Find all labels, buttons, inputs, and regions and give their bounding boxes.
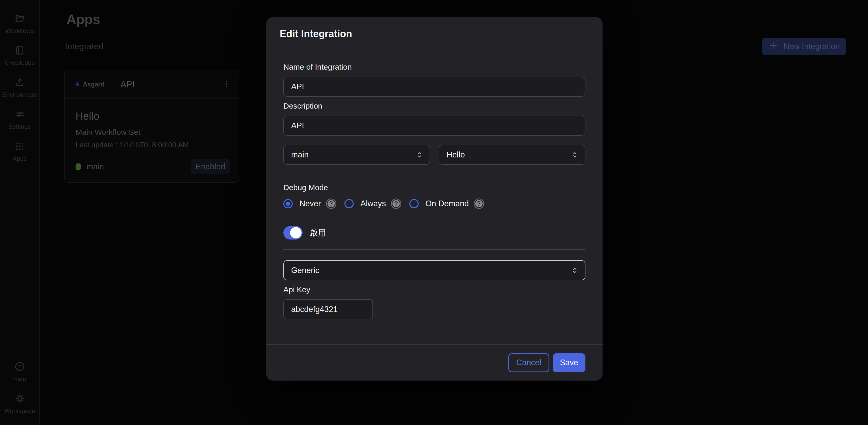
name-field-label: Name of Integration (283, 62, 585, 72)
radio-never[interactable] (283, 199, 293, 208)
sliders-icon (14, 109, 25, 121)
api-key-input[interactable] (283, 299, 373, 319)
section-label: Integrated (65, 41, 104, 52)
card-menu-button[interactable] (222, 80, 231, 89)
sidebar-label: Apps (12, 155, 27, 162)
sidebar-label: Settings (8, 123, 31, 130)
chevron-up-down-icon (415, 150, 424, 159)
branch-name: main (87, 162, 104, 172)
radio-dot (286, 202, 290, 206)
radio-always[interactable] (344, 199, 354, 208)
name-input[interactable] (283, 77, 585, 97)
sidebar-item-environment[interactable]: Environment (0, 77, 39, 98)
branch-select-value: main (291, 150, 309, 159)
enable-toggle-row: 啟用 (283, 226, 585, 240)
sidebar: Workflows Knowledge Environment Settings… (0, 0, 40, 425)
section-divider (283, 249, 585, 250)
edit-integration-modal: Edit Integration Name of Integration Des… (266, 17, 602, 381)
select-row: main Hello (283, 145, 585, 165)
chevron-up-down-icon (570, 266, 579, 275)
sidebar-item-apps[interactable]: Apps (0, 141, 39, 162)
asgard-logo-icon (74, 81, 80, 88)
enable-toggle[interactable] (283, 226, 303, 240)
radio-never-label: Never (300, 199, 321, 208)
brand-badge: Asgard (74, 81, 104, 88)
modal-body: Name of Integration Description main Hel… (266, 51, 602, 344)
debug-mode-label: Debug Mode (283, 183, 585, 192)
sidebar-label: Help (13, 375, 26, 383)
modal-title: Edit Integration (280, 28, 352, 39)
last-update: Last update : 1/1/1970, 8:00:00 AM (75, 141, 228, 149)
branch-select[interactable]: main (283, 145, 430, 165)
new-integration-button[interactable]: New Integration (762, 38, 846, 55)
new-integration-label: New Integration (783, 42, 840, 51)
workflow-subtitle: Main Workflow Set (75, 128, 228, 136)
sidebar-label: Workflows (5, 27, 34, 35)
sidebar-item-workspace[interactable]: Workspace (0, 393, 39, 415)
integration-card: Asgard API Hello Main Workflow Set Last … (64, 70, 239, 183)
sidebar-item-settings[interactable]: Settings (0, 109, 39, 130)
upload-icon (14, 77, 25, 89)
debug-mode-radio-group: Never ? Always ? On Demand ? (283, 198, 585, 209)
integration-card-body: Hello Main Workflow Set Last update : 1/… (65, 99, 239, 149)
enable-toggle-label: 啟用 (310, 227, 326, 238)
gear-icon (14, 393, 25, 405)
sidebar-item-workflows[interactable]: Workflows (0, 13, 39, 35)
brand-name: Asgard (83, 81, 104, 88)
enabled-button[interactable]: Enabled (191, 159, 230, 174)
help-icon[interactable]: ? (327, 199, 336, 208)
sidebar-label: Environment (2, 91, 37, 98)
radio-on-demand[interactable] (409, 199, 419, 208)
book-icon (14, 45, 25, 57)
plus-icon (768, 40, 778, 53)
kebab-icon (222, 85, 231, 89)
sidebar-label: Workspace (4, 407, 35, 415)
integration-card-header: Asgard API (65, 70, 239, 99)
api-key-label: Api Key (283, 285, 585, 294)
type-select-value: Generic (291, 266, 319, 275)
radio-always-label: Always (361, 199, 386, 208)
chevron-up-down-icon (570, 150, 579, 159)
modal-header: Edit Integration (266, 17, 602, 51)
workflow-select-value: Hello (446, 150, 465, 159)
branch-status-dot (75, 163, 81, 170)
description-field-label: Description (283, 101, 585, 111)
help-icon[interactable]: ? (474, 199, 483, 208)
radio-on-demand-label: On Demand (426, 199, 469, 208)
sidebar-item-knowledge[interactable]: Knowledge (0, 45, 39, 66)
save-button[interactable]: Save (553, 353, 585, 372)
workflow-name: Hello (75, 111, 228, 122)
cancel-button[interactable]: Cancel (508, 353, 549, 372)
grid-icon (14, 141, 25, 153)
description-input[interactable] (283, 116, 585, 135)
sidebar-item-help[interactable]: ? Help (0, 361, 39, 383)
help-circle-icon: ? (14, 361, 25, 373)
integration-card-footer: main Enabled (75, 159, 230, 174)
help-icon[interactable]: ? (392, 199, 401, 208)
toggle-knob (290, 227, 302, 239)
svg-text:?: ? (18, 363, 21, 369)
modal-footer: Cancel Save (266, 344, 602, 381)
page-title: Apps (66, 11, 100, 27)
sidebar-label: Knowledge (4, 59, 35, 66)
type-select[interactable]: Generic (283, 260, 585, 280)
integration-name: API (121, 79, 135, 89)
workflow-select[interactable]: Hello (439, 145, 585, 165)
folder-icon (14, 13, 25, 25)
